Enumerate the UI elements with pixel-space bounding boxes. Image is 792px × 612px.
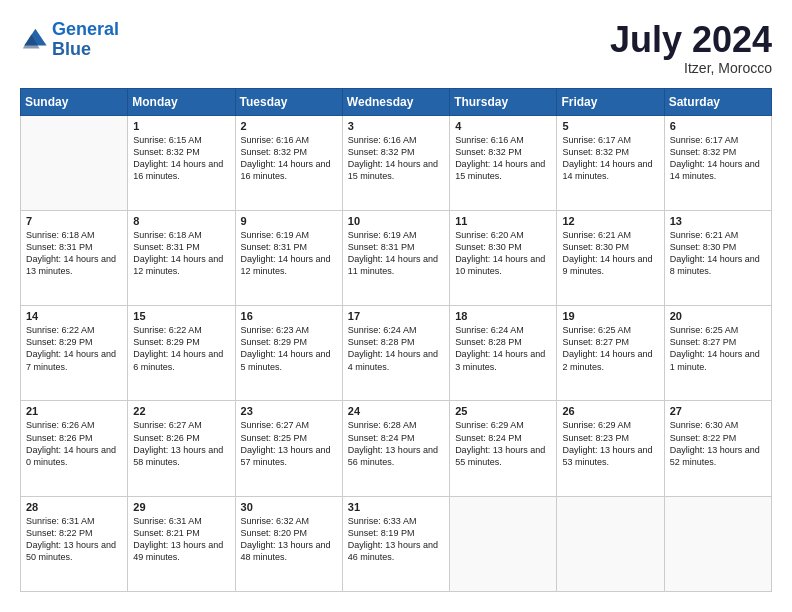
logo-text: General Blue (52, 20, 119, 60)
calendar-cell-0-4: 4Sunrise: 6:16 AMSunset: 8:32 PMDaylight… (450, 115, 557, 210)
day-info: Sunrise: 6:17 AMSunset: 8:32 PMDaylight:… (670, 134, 766, 183)
day-number: 13 (670, 215, 766, 227)
day-number: 2 (241, 120, 337, 132)
day-info: Sunrise: 6:25 AMSunset: 8:27 PMDaylight:… (562, 324, 658, 373)
calendar-cell-2-3: 17Sunrise: 6:24 AMSunset: 8:28 PMDayligh… (342, 306, 449, 401)
calendar-cell-0-3: 3Sunrise: 6:16 AMSunset: 8:32 PMDaylight… (342, 115, 449, 210)
calendar-week-5: 28Sunrise: 6:31 AMSunset: 8:22 PMDayligh… (21, 496, 772, 591)
day-number: 10 (348, 215, 444, 227)
calendar-cell-3-5: 26Sunrise: 6:29 AMSunset: 8:23 PMDayligh… (557, 401, 664, 496)
day-info: Sunrise: 6:22 AMSunset: 8:29 PMDaylight:… (26, 324, 122, 373)
col-tuesday: Tuesday (235, 88, 342, 115)
day-number: 29 (133, 501, 229, 513)
calendar-cell-4-6 (664, 496, 771, 591)
calendar-cell-0-6: 6Sunrise: 6:17 AMSunset: 8:32 PMDaylight… (664, 115, 771, 210)
col-monday: Monday (128, 88, 235, 115)
logo-line2: Blue (52, 39, 91, 59)
day-number: 26 (562, 405, 658, 417)
day-info: Sunrise: 6:21 AMSunset: 8:30 PMDaylight:… (670, 229, 766, 278)
day-info: Sunrise: 6:21 AMSunset: 8:30 PMDaylight:… (562, 229, 658, 278)
calendar-cell-1-5: 12Sunrise: 6:21 AMSunset: 8:30 PMDayligh… (557, 210, 664, 305)
calendar-cell-1-6: 13Sunrise: 6:21 AMSunset: 8:30 PMDayligh… (664, 210, 771, 305)
calendar-cell-3-1: 22Sunrise: 6:27 AMSunset: 8:26 PMDayligh… (128, 401, 235, 496)
calendar-cell-1-2: 9Sunrise: 6:19 AMSunset: 8:31 PMDaylight… (235, 210, 342, 305)
calendar-cell-1-0: 7Sunrise: 6:18 AMSunset: 8:31 PMDaylight… (21, 210, 128, 305)
day-number: 22 (133, 405, 229, 417)
day-info: Sunrise: 6:20 AMSunset: 8:30 PMDaylight:… (455, 229, 551, 278)
day-info: Sunrise: 6:23 AMSunset: 8:29 PMDaylight:… (241, 324, 337, 373)
day-number: 8 (133, 215, 229, 227)
day-info: Sunrise: 6:18 AMSunset: 8:31 PMDaylight:… (133, 229, 229, 278)
day-info: Sunrise: 6:22 AMSunset: 8:29 PMDaylight:… (133, 324, 229, 373)
calendar-cell-3-4: 25Sunrise: 6:29 AMSunset: 8:24 PMDayligh… (450, 401, 557, 496)
day-info: Sunrise: 6:30 AMSunset: 8:22 PMDaylight:… (670, 419, 766, 468)
calendar-week-2: 7Sunrise: 6:18 AMSunset: 8:31 PMDaylight… (21, 210, 772, 305)
day-number: 14 (26, 310, 122, 322)
calendar-cell-1-3: 10Sunrise: 6:19 AMSunset: 8:31 PMDayligh… (342, 210, 449, 305)
day-number: 12 (562, 215, 658, 227)
col-sunday: Sunday (21, 88, 128, 115)
col-friday: Friday (557, 88, 664, 115)
day-info: Sunrise: 6:24 AMSunset: 8:28 PMDaylight:… (348, 324, 444, 373)
location: Itzer, Morocco (610, 60, 772, 76)
calendar-table: Sunday Monday Tuesday Wednesday Thursday… (20, 88, 772, 592)
col-thursday: Thursday (450, 88, 557, 115)
day-number: 15 (133, 310, 229, 322)
calendar-cell-3-3: 24Sunrise: 6:28 AMSunset: 8:24 PMDayligh… (342, 401, 449, 496)
calendar-cell-3-6: 27Sunrise: 6:30 AMSunset: 8:22 PMDayligh… (664, 401, 771, 496)
calendar-body: 1Sunrise: 6:15 AMSunset: 8:32 PMDaylight… (21, 115, 772, 591)
calendar-cell-4-5 (557, 496, 664, 591)
day-info: Sunrise: 6:18 AMSunset: 8:31 PMDaylight:… (26, 229, 122, 278)
day-number: 11 (455, 215, 551, 227)
calendar-cell-4-1: 29Sunrise: 6:31 AMSunset: 8:21 PMDayligh… (128, 496, 235, 591)
calendar-cell-2-5: 19Sunrise: 6:25 AMSunset: 8:27 PMDayligh… (557, 306, 664, 401)
calendar-week-1: 1Sunrise: 6:15 AMSunset: 8:32 PMDaylight… (21, 115, 772, 210)
day-number: 21 (26, 405, 122, 417)
day-info: Sunrise: 6:16 AMSunset: 8:32 PMDaylight:… (455, 134, 551, 183)
calendar-cell-0-1: 1Sunrise: 6:15 AMSunset: 8:32 PMDaylight… (128, 115, 235, 210)
day-info: Sunrise: 6:28 AMSunset: 8:24 PMDaylight:… (348, 419, 444, 468)
day-number: 18 (455, 310, 551, 322)
day-number: 9 (241, 215, 337, 227)
day-number: 16 (241, 310, 337, 322)
logo: General Blue (20, 20, 119, 60)
day-number: 28 (26, 501, 122, 513)
day-info: Sunrise: 6:32 AMSunset: 8:20 PMDaylight:… (241, 515, 337, 564)
calendar-cell-2-0: 14Sunrise: 6:22 AMSunset: 8:29 PMDayligh… (21, 306, 128, 401)
day-info: Sunrise: 6:15 AMSunset: 8:32 PMDaylight:… (133, 134, 229, 183)
calendar-cell-0-5: 5Sunrise: 6:17 AMSunset: 8:32 PMDaylight… (557, 115, 664, 210)
calendar-cell-4-0: 28Sunrise: 6:31 AMSunset: 8:22 PMDayligh… (21, 496, 128, 591)
day-info: Sunrise: 6:33 AMSunset: 8:19 PMDaylight:… (348, 515, 444, 564)
logo-icon (20, 26, 48, 54)
calendar-cell-2-2: 16Sunrise: 6:23 AMSunset: 8:29 PMDayligh… (235, 306, 342, 401)
calendar-cell-2-1: 15Sunrise: 6:22 AMSunset: 8:29 PMDayligh… (128, 306, 235, 401)
day-info: Sunrise: 6:31 AMSunset: 8:21 PMDaylight:… (133, 515, 229, 564)
day-number: 7 (26, 215, 122, 227)
calendar-cell-4-2: 30Sunrise: 6:32 AMSunset: 8:20 PMDayligh… (235, 496, 342, 591)
calendar-cell-1-1: 8Sunrise: 6:18 AMSunset: 8:31 PMDaylight… (128, 210, 235, 305)
day-info: Sunrise: 6:16 AMSunset: 8:32 PMDaylight:… (348, 134, 444, 183)
logo-line1: General (52, 19, 119, 39)
day-info: Sunrise: 6:29 AMSunset: 8:24 PMDaylight:… (455, 419, 551, 468)
day-number: 30 (241, 501, 337, 513)
calendar-cell-3-2: 23Sunrise: 6:27 AMSunset: 8:25 PMDayligh… (235, 401, 342, 496)
day-number: 25 (455, 405, 551, 417)
calendar-cell-2-6: 20Sunrise: 6:25 AMSunset: 8:27 PMDayligh… (664, 306, 771, 401)
day-info: Sunrise: 6:29 AMSunset: 8:23 PMDaylight:… (562, 419, 658, 468)
day-number: 19 (562, 310, 658, 322)
day-number: 3 (348, 120, 444, 132)
day-number: 6 (670, 120, 766, 132)
calendar-cell-4-3: 31Sunrise: 6:33 AMSunset: 8:19 PMDayligh… (342, 496, 449, 591)
day-info: Sunrise: 6:31 AMSunset: 8:22 PMDaylight:… (26, 515, 122, 564)
month-title: July 2024 (610, 20, 772, 60)
calendar-cell-1-4: 11Sunrise: 6:20 AMSunset: 8:30 PMDayligh… (450, 210, 557, 305)
day-number: 23 (241, 405, 337, 417)
day-number: 20 (670, 310, 766, 322)
day-number: 5 (562, 120, 658, 132)
day-info: Sunrise: 6:27 AMSunset: 8:25 PMDaylight:… (241, 419, 337, 468)
calendar-week-3: 14Sunrise: 6:22 AMSunset: 8:29 PMDayligh… (21, 306, 772, 401)
calendar-cell-3-0: 21Sunrise: 6:26 AMSunset: 8:26 PMDayligh… (21, 401, 128, 496)
col-wednesday: Wednesday (342, 88, 449, 115)
day-number: 31 (348, 501, 444, 513)
day-info: Sunrise: 6:25 AMSunset: 8:27 PMDaylight:… (670, 324, 766, 373)
